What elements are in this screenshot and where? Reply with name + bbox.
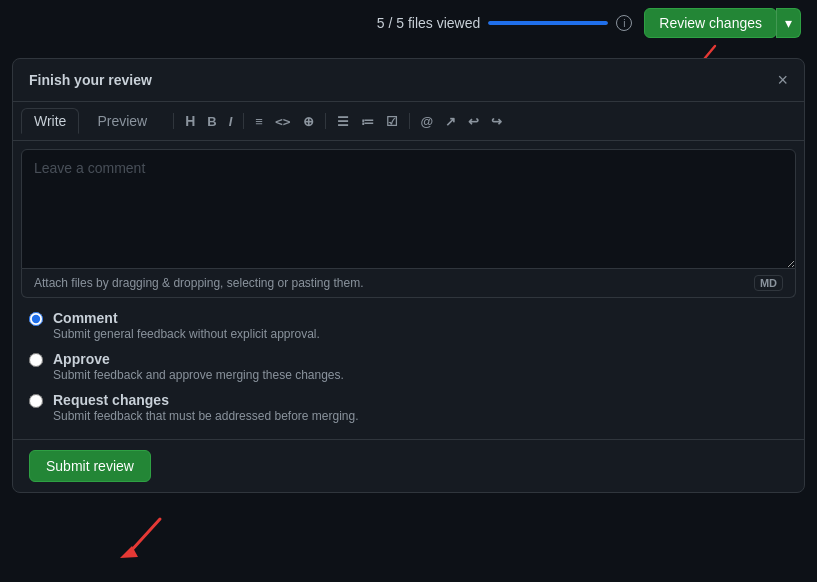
- option-approve[interactable]: Approve Submit feedback and approve merg…: [29, 351, 788, 382]
- option-comment[interactable]: Comment Submit general feedback without …: [29, 310, 788, 341]
- toolbar-undo[interactable]: ↩: [463, 111, 484, 132]
- comment-textarea[interactable]: Leave a comment: [21, 149, 796, 269]
- review-options: Comment Submit general feedback without …: [13, 298, 804, 431]
- review-changes-button[interactable]: Review changes: [644, 8, 777, 38]
- review-changes-dropdown[interactable]: ▾: [776, 8, 801, 38]
- review-changes-button-group: Review changes ▾: [644, 8, 801, 38]
- toolbar-quote[interactable]: ≡: [250, 111, 268, 132]
- top-bar: 5 / 5 files viewed i Review changes ▾: [0, 0, 817, 46]
- close-button[interactable]: ×: [777, 71, 788, 89]
- toolbar-separator-4: [409, 113, 410, 129]
- submit-review-button[interactable]: Submit review: [29, 450, 151, 482]
- option-request-changes-label: Request changes: [53, 392, 359, 408]
- radio-approve[interactable]: [29, 353, 43, 367]
- dialog-header: Finish your review ×: [13, 59, 804, 102]
- toolbar-heading[interactable]: H: [180, 110, 200, 132]
- toolbar-separator-2: [243, 113, 244, 129]
- option-request-changes-desc: Submit feedback that must be addressed b…: [53, 409, 359, 423]
- files-viewed: 5 / 5 files viewed i: [377, 15, 633, 31]
- files-progress-bar-container: [488, 21, 608, 25]
- toolbar-italic[interactable]: I: [224, 111, 238, 132]
- option-approve-desc: Submit feedback and approve merging thes…: [53, 368, 344, 382]
- option-comment-label: Comment: [53, 310, 320, 326]
- toolbar-numbered-list[interactable]: ≔: [356, 111, 379, 132]
- finish-review-dialog: Finish your review × Write Preview H B I…: [12, 58, 805, 493]
- files-progress-fill: [488, 21, 608, 25]
- dialog-footer: Submit review: [13, 439, 804, 492]
- arrow-annotation-bottom: [110, 514, 170, 564]
- option-comment-desc: Submit general feedback without explicit…: [53, 327, 320, 341]
- option-request-changes[interactable]: Request changes Submit feedback that mus…: [29, 392, 788, 423]
- toolbar-separator-3: [325, 113, 326, 129]
- editor-toolbar: Write Preview H B I ≡ <> ⊕ ☰ ≔ ☑ @ ↗ ↩ ↪: [13, 102, 804, 141]
- info-icon[interactable]: i: [616, 15, 632, 31]
- attach-bar: Attach files by dragging & dropping, sel…: [21, 269, 796, 298]
- toolbar-mention[interactable]: @: [416, 111, 439, 132]
- toolbar-reference[interactable]: ↗: [440, 111, 461, 132]
- radio-request-changes[interactable]: [29, 394, 43, 408]
- toolbar-task-list[interactable]: ☑: [381, 111, 403, 132]
- toolbar-link[interactable]: ⊕: [298, 111, 319, 132]
- comment-placeholder: Leave a comment: [34, 160, 145, 176]
- svg-marker-1: [120, 546, 138, 558]
- toolbar-code[interactable]: <>: [270, 111, 296, 132]
- radio-comment[interactable]: [29, 312, 43, 326]
- tab-write[interactable]: Write: [21, 108, 79, 134]
- toolbar-redo[interactable]: ↪: [486, 111, 507, 132]
- attach-text: Attach files by dragging & dropping, sel…: [34, 276, 364, 290]
- toolbar-separator-1: [173, 113, 174, 129]
- tab-preview[interactable]: Preview: [85, 109, 159, 133]
- dialog-title: Finish your review: [29, 72, 152, 88]
- markdown-badge: MD: [754, 275, 783, 291]
- toolbar-bold[interactable]: B: [202, 111, 221, 132]
- files-viewed-label: 5 / 5 files viewed: [377, 15, 481, 31]
- toolbar-bullet-list[interactable]: ☰: [332, 111, 354, 132]
- option-approve-label: Approve: [53, 351, 344, 367]
